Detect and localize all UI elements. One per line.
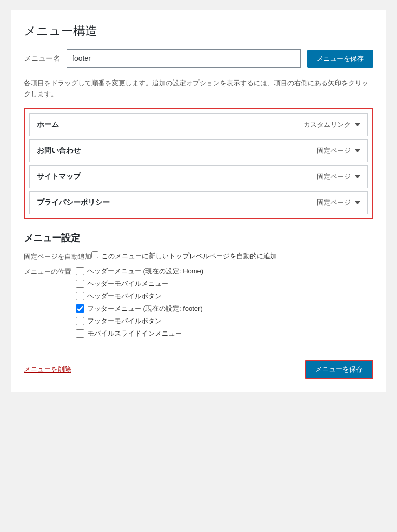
- menu-item-sitemap-type: 固定ページ: [317, 172, 351, 181]
- menu-item-privacy-type: 固定ページ: [317, 198, 351, 207]
- chevron-down-icon: [355, 123, 360, 126]
- auto-add-row: 固定ページを自動追加 このメニューに新しいトップレベルページを自動的に追加: [24, 251, 373, 261]
- settings-section: メニュー設定 固定ページを自動追加 このメニューに新しいトップレベルページを自動…: [24, 232, 373, 338]
- main-container: メニュー構造 メニュー名 メニューを保存 各項目をドラッグして順番を変更します。…: [11, 10, 386, 392]
- menu-item-sitemap[interactable]: サイトマップ 固定ページ: [29, 165, 368, 188]
- auto-add-checkbox[interactable]: [91, 251, 98, 258]
- menu-item-sitemap-right: 固定ページ: [317, 172, 360, 181]
- checkbox-footer-menu: フッターメニュー (現在の設定: footer): [76, 304, 203, 313]
- checkbox-header-mobile-menu-label: ヘッダーモバイルメニュー: [87, 279, 168, 288]
- menu-item-home-right: カスタムリンク: [303, 120, 360, 129]
- position-options: ヘッダーメニュー (現在の設定: Home) ヘッダーモバイルメニュー ヘッダー…: [76, 267, 203, 338]
- checkbox-header-mobile-button-input[interactable]: [76, 292, 84, 300]
- checkbox-footer-mobile-button-label: フッターモバイルボタン: [87, 316, 162, 326]
- menu-item-contact-name: お問い合わせ: [37, 146, 81, 155]
- footer-bar: メニューを削除 メニューを保存: [24, 351, 373, 379]
- checkbox-mobile-slide-menu: モバイルスライドインメニュー: [76, 329, 203, 338]
- chevron-down-icon-2: [355, 149, 360, 152]
- auto-add-label: 固定ページを自動追加: [24, 251, 91, 261]
- menu-item-privacy-right: 固定ページ: [317, 198, 360, 207]
- chevron-down-icon-3: [355, 175, 360, 178]
- settings-title: メニュー設定: [24, 232, 373, 244]
- checkbox-footer-mobile-button-input[interactable]: [76, 317, 84, 325]
- checkbox-header-mobile-menu: ヘッダーモバイルメニュー: [76, 279, 203, 288]
- menu-item-home-type: カスタムリンク: [303, 120, 351, 129]
- auto-add-description: このメニューに新しいトップレベルページを自動的に追加: [101, 251, 277, 261]
- chevron-down-icon-4: [355, 201, 360, 204]
- checkbox-header-mobile-button-label: ヘッダーモバイルボタン: [87, 291, 162, 301]
- menu-name-label: メニュー名: [24, 54, 60, 63]
- checkbox-footer-mobile-button: フッターモバイルボタン: [76, 316, 203, 326]
- save-button-bottom[interactable]: メニューを保存: [305, 360, 373, 379]
- menu-item-home-name: ホーム: [37, 120, 59, 129]
- delete-link[interactable]: メニューを削除: [24, 365, 71, 374]
- checkbox-mobile-slide-menu-label: モバイルスライドインメニュー: [87, 329, 182, 338]
- checkbox-header-mobile-menu-input[interactable]: [76, 280, 84, 288]
- menu-item-contact-type: 固定ページ: [317, 146, 351, 155]
- menu-item-home[interactable]: ホーム カスタムリンク: [29, 113, 368, 136]
- page-title: メニュー構造: [24, 23, 373, 39]
- menu-name-input[interactable]: [67, 49, 301, 68]
- menu-items-area: ホーム カスタムリンク お問い合わせ 固定ページ サイトマップ 固定ページ プラ…: [24, 108, 373, 219]
- menu-name-row: メニュー名 メニューを保存: [24, 49, 373, 68]
- menu-item-contact-right: 固定ページ: [317, 146, 360, 155]
- checkbox-mobile-slide-menu-input[interactable]: [76, 329, 84, 338]
- menu-item-privacy[interactable]: プライバシーポリシー 固定ページ: [29, 191, 368, 214]
- checkbox-header-menu-label: ヘッダーメニュー (現在の設定: Home): [87, 267, 203, 276]
- checkbox-footer-menu-label: フッターメニュー (現在の設定: footer): [87, 304, 203, 313]
- checkbox-header-menu-input[interactable]: [76, 267, 84, 275]
- checkbox-footer-menu-input[interactable]: [76, 304, 84, 313]
- checkbox-header-menu: ヘッダーメニュー (現在の設定: Home): [76, 267, 203, 276]
- auto-add-checkbox-row: このメニューに新しいトップレベルページを自動的に追加: [91, 251, 277, 261]
- position-row: メニューの位置 ヘッダーメニュー (現在の設定: Home) ヘッダーモバイルメ…: [24, 267, 373, 338]
- save-button-top[interactable]: メニューを保存: [307, 50, 373, 68]
- position-label: メニューの位置: [24, 267, 76, 276]
- checkbox-header-mobile-button: ヘッダーモバイルボタン: [76, 291, 203, 301]
- menu-item-sitemap-name: サイトマップ: [37, 172, 81, 181]
- menu-item-contact[interactable]: お問い合わせ 固定ページ: [29, 139, 368, 162]
- instruction-text: 各項目をドラッグして順番を変更します。追加の設定オプションを表示するには、項目の…: [24, 78, 373, 100]
- menu-item-privacy-name: プライバシーポリシー: [37, 198, 110, 207]
